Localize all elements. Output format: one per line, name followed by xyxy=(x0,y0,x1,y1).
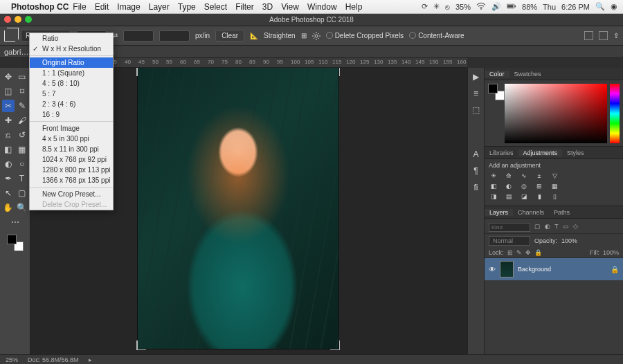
type-tool[interactable]: T xyxy=(16,172,28,185)
dropdown-item[interactable]: Original Ratio xyxy=(30,57,113,68)
gear-icon[interactable] xyxy=(312,32,320,40)
visibility-icon[interactable]: 👁 xyxy=(489,266,496,273)
opt-icon[interactable] xyxy=(584,31,593,40)
dropdown-item[interactable]: Ratio xyxy=(30,33,113,44)
tab-swatches[interactable]: Swatches xyxy=(509,71,546,78)
dropdown-item[interactable]: 1 : 1 (Square) xyxy=(30,68,113,78)
history-brush-tool[interactable]: ↺ xyxy=(16,129,28,141)
height-field[interactable] xyxy=(123,30,154,42)
menu-3d[interactable]: 3D xyxy=(262,2,273,12)
menu-edit[interactable]: Edit xyxy=(95,2,109,12)
tab-adjustments[interactable]: Adjustments xyxy=(518,149,563,156)
dodge-tool[interactable]: ○ xyxy=(16,158,28,170)
dropdown-item[interactable]: 1280 x 800 px 113 ppi xyxy=(30,165,113,175)
zoom-tool[interactable]: 🔍 xyxy=(16,201,28,214)
adj-photo-filter-icon[interactable]: ◎ xyxy=(519,183,529,190)
clock-day[interactable]: Thu xyxy=(543,3,556,11)
tab-styles[interactable]: Styles xyxy=(562,149,589,156)
layer-filter[interactable] xyxy=(489,223,530,232)
battery-icon[interactable] xyxy=(507,2,516,12)
path-tool[interactable]: ↖ xyxy=(2,187,15,199)
filter-icon[interactable]: ◐ xyxy=(545,223,550,232)
crop-handle-tl[interactable] xyxy=(136,68,149,79)
adj-selective-icon[interactable]: ▯ xyxy=(550,193,559,200)
menu-view[interactable]: View xyxy=(281,2,299,12)
tray-icon[interactable]: ⎋ xyxy=(445,3,450,11)
dropdown-item[interactable]: Front Image xyxy=(30,123,113,134)
artboard-tool[interactable]: ▭ xyxy=(16,71,28,83)
dropdown-item[interactable]: 16 : 9 xyxy=(30,109,113,120)
dropdown-item[interactable]: 4 : 5 (8 : 10) xyxy=(30,78,113,89)
document-image[interactable] xyxy=(138,68,338,349)
menu-window[interactable]: Window xyxy=(307,2,337,12)
glyphs-icon[interactable]: fi xyxy=(474,183,478,192)
dropdown-item[interactable]: 2 : 3 (4 : 6) xyxy=(30,99,113,109)
layer-row[interactable]: 👁 Background 🔒 xyxy=(485,258,623,280)
unit-label[interactable]: px/in xyxy=(195,32,210,39)
clock-time[interactable]: 6:26 PM xyxy=(561,3,590,11)
zoom-level[interactable]: 25% xyxy=(6,356,18,363)
adj-gradient-map-icon[interactable]: ▮ xyxy=(534,193,544,200)
hue-slider[interactable] xyxy=(610,84,620,143)
tab-paths[interactable]: Paths xyxy=(549,209,575,216)
history-icon[interactable]: ≡ xyxy=(473,89,478,98)
pen-tool[interactable]: ✒ xyxy=(2,172,15,185)
blend-mode[interactable]: Normal xyxy=(489,236,530,246)
straighten-icon[interactable]: 📐 xyxy=(250,32,258,39)
adj-lut-icon[interactable]: ▦ xyxy=(550,183,559,190)
eyedropper-tool[interactable]: ✎ xyxy=(16,100,28,112)
filter-icon[interactable]: ◇ xyxy=(573,223,578,232)
lock-icon[interactable]: ⊞ xyxy=(507,249,513,256)
menu-file[interactable]: File xyxy=(73,2,86,12)
adj-threshold-icon[interactable]: ◪ xyxy=(519,193,529,200)
menu-help[interactable]: Help xyxy=(345,2,363,12)
tray-icon[interactable]: ⟳ xyxy=(422,2,428,11)
dropdown-item[interactable]: 8.5 x 11 in 300 ppi xyxy=(30,144,113,154)
res-field[interactable] xyxy=(159,30,190,42)
more-tools[interactable]: ⋯ xyxy=(9,216,21,228)
crop-handle-br[interactable] xyxy=(327,338,340,350)
doc-size[interactable]: Doc: 56.8M/56.8M xyxy=(28,356,79,363)
dropdown-item[interactable]: New Crop Preset... xyxy=(30,189,113,199)
layer-name[interactable]: Background xyxy=(518,266,551,273)
brush-tool[interactable]: 🖌 xyxy=(16,114,28,127)
volume-icon[interactable]: 🔊 xyxy=(491,2,501,11)
crop-handle-tr[interactable] xyxy=(327,68,340,79)
share-icon[interactable]: ⇪ xyxy=(613,32,619,39)
adj-levels-icon[interactable]: ⟰ xyxy=(504,172,514,179)
tab-libraries[interactable]: Libraries xyxy=(485,149,518,156)
tab-color[interactable]: Color xyxy=(485,71,509,78)
align-icon[interactable]: ⬚ xyxy=(472,105,480,115)
straighten-label[interactable]: Straighten xyxy=(264,32,296,39)
lock-icon[interactable]: 🔒 xyxy=(534,249,542,256)
filter-icon[interactable]: T xyxy=(554,223,559,232)
adj-brightness-icon[interactable]: ☀ xyxy=(489,172,498,179)
layer-thumbnail[interactable] xyxy=(500,261,514,277)
filter-icon[interactable]: ▭ xyxy=(563,223,569,232)
tray-icon[interactable]: ✳ xyxy=(433,2,440,11)
siri-icon[interactable]: ◉ xyxy=(611,2,617,11)
crop-handle-bl[interactable] xyxy=(136,338,149,350)
menu-layer[interactable]: Layer xyxy=(149,2,170,12)
dropdown-item[interactable]: 5 : 7 xyxy=(30,89,113,99)
adj-bw-icon[interactable]: ◐ xyxy=(504,183,514,190)
content-aware-radio[interactable] xyxy=(409,32,416,39)
color-swatches[interactable] xyxy=(7,235,24,251)
adj-vibrance-icon[interactable]: ▽ xyxy=(550,172,559,179)
adj-channel-mixer-icon[interactable]: ⊞ xyxy=(534,183,544,190)
search-icon[interactable]: 🔍 xyxy=(595,2,605,11)
dropdown-item[interactable]: 1366 x 768 px 135 ppi xyxy=(30,175,113,185)
dropdown-item[interactable]: W x H x Resolution xyxy=(30,44,113,54)
lock-icon[interactable]: ✥ xyxy=(525,249,531,256)
dropdown-item[interactable]: 4 x 5 in 300 ppi xyxy=(30,134,113,144)
chevron-right-icon[interactable]: ▸ xyxy=(89,356,92,363)
play-icon[interactable]: ▶ xyxy=(473,72,479,82)
traffic-lights[interactable] xyxy=(4,16,32,23)
lock-icon[interactable]: 🔒 xyxy=(611,266,619,273)
adj-hue-icon[interactable]: ◧ xyxy=(489,183,498,190)
menu-type[interactable]: Type xyxy=(178,2,196,12)
stamp-tool[interactable]: ⎌ xyxy=(2,129,15,141)
wifi-icon[interactable] xyxy=(476,2,486,12)
filter-icon[interactable]: ▢ xyxy=(534,223,541,232)
marquee-tool[interactable]: ◫ xyxy=(2,85,15,98)
